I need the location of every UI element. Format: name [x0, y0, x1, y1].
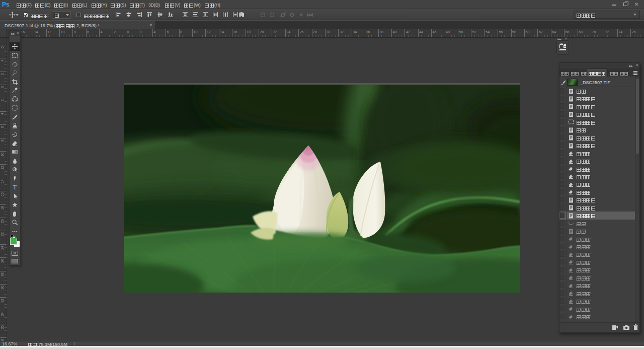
svg-text:T: T	[13, 184, 17, 190]
